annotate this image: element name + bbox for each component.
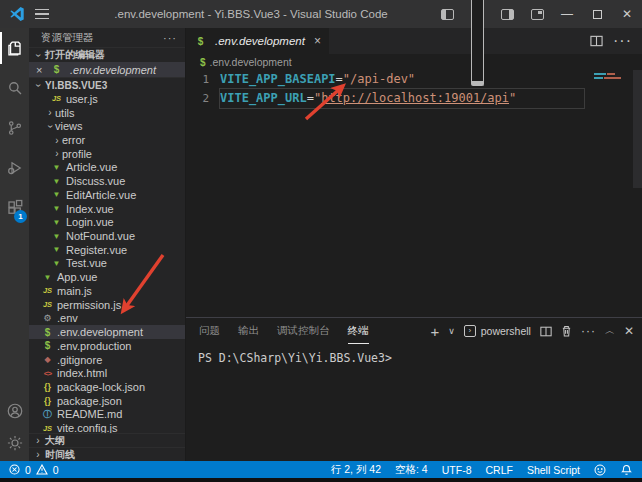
tree-item-.gitignore[interactable]: ◆.gitignore xyxy=(29,353,185,367)
tab-close-icon[interactable]: × xyxy=(314,34,321,48)
search-icon[interactable] xyxy=(0,68,29,108)
terminal-content[interactable]: PS D:\CSharp\Yi\Yi.BBS.Vue3> xyxy=(186,344,642,461)
tree-item-vite.config.js[interactable]: JSvite.config.js xyxy=(29,421,185,433)
breadcrumb[interactable]: $ .env.development xyxy=(186,54,642,70)
extensions-icon[interactable]: 1 xyxy=(0,188,29,228)
tree-item-package-lock.json[interactable]: {}package-lock.json xyxy=(29,380,185,394)
tree-item-EditArticle.vue[interactable]: ▼EditArticle.vue xyxy=(29,188,185,202)
close-panel-icon[interactable]: ✕ xyxy=(624,324,634,338)
open-editor-item[interactable]: × $ .env.development xyxy=(29,62,185,77)
tree-item-.env.development[interactable]: $.env.development xyxy=(29,325,185,339)
run-debug-icon[interactable] xyxy=(0,148,29,188)
tree-item-utils[interactable]: ›utils xyxy=(29,106,185,120)
minimap[interactable] xyxy=(594,73,628,81)
tree-item-label: Index.vue xyxy=(66,203,114,215)
js-file-icon: JS xyxy=(41,424,54,433)
tree-item-Test.vue[interactable]: ▼Test.vue xyxy=(29,257,185,271)
panel-tab-输出[interactable]: 输出 xyxy=(238,318,259,344)
account-icon[interactable] xyxy=(0,395,29,427)
chevron-right-icon: › xyxy=(52,134,62,145)
toggle-sidebar-icon[interactable] xyxy=(432,0,462,28)
tree-item-label: .env.production xyxy=(57,340,131,352)
editor-group: $ .env.development × ··· $ .env.developm… xyxy=(185,28,642,461)
shell-file-icon: $ xyxy=(41,327,54,338)
settings-gear-icon[interactable] xyxy=(0,427,29,459)
shell-file-icon: $ xyxy=(200,57,206,68)
tab-env-development[interactable]: $ .env.development × xyxy=(186,28,329,54)
project-section-header[interactable]: › YI.BBS.VUE3 xyxy=(29,77,185,92)
tree-item-Index.vue[interactable]: ▼Index.vue xyxy=(29,202,185,216)
indentation[interactable]: 空格: 4 xyxy=(395,463,428,477)
problems-status[interactable]: 0 0 xyxy=(8,464,59,476)
tree-item-views[interactable]: ›views xyxy=(29,119,185,133)
chevron-right-icon: › xyxy=(33,449,43,460)
editor-more-actions-icon[interactable]: ··· xyxy=(613,32,632,50)
kill-terminal-icon[interactable] xyxy=(561,325,572,337)
editor-scrollbar[interactable] xyxy=(633,70,642,188)
split-terminal-icon[interactable] xyxy=(540,326,552,337)
tree-item-label: error xyxy=(62,134,85,146)
source-control-icon[interactable] xyxy=(0,108,29,148)
tree-item-main.js[interactable]: JSmain.js xyxy=(29,284,185,298)
maximize-button[interactable] xyxy=(582,0,612,28)
tree-item-label: utils xyxy=(55,107,75,119)
more-actions-icon[interactable]: ··· xyxy=(581,324,596,338)
timeline-section-header[interactable]: › 时间线 xyxy=(29,447,185,461)
close-icon[interactable]: × xyxy=(36,64,46,76)
vue-file-icon: ▼ xyxy=(50,218,63,227)
tree-item-Register.vue[interactable]: ▼Register.vue xyxy=(29,243,185,257)
panel-tab-调试控制台[interactable]: 调试控制台 xyxy=(277,318,330,344)
code-line-1: 1 VITE_APP_BASEAPI="/api-dev" xyxy=(186,70,642,89)
feedback-icon[interactable] xyxy=(594,464,606,476)
terminal-instance-powershell[interactable]: › powershell xyxy=(464,325,531,337)
git-file-icon: ◆ xyxy=(41,355,54,364)
language-mode[interactable]: Shell Script xyxy=(527,464,580,476)
close-button[interactable]: ✕ xyxy=(612,0,642,28)
split-editor-icon[interactable] xyxy=(590,35,603,47)
customize-layout-icon[interactable] xyxy=(522,0,552,28)
url-link[interactable]: http://localhost:19001/api xyxy=(321,91,509,105)
outline-section-header[interactable]: › 大纲 xyxy=(29,433,185,447)
open-editors-header[interactable]: › 打开的编辑器 xyxy=(29,47,185,62)
explorer-icon[interactable] xyxy=(0,28,29,68)
tree-item-Login.vue[interactable]: ▼Login.vue xyxy=(29,215,185,229)
tree-item-label: vite.config.js xyxy=(57,422,118,433)
error-icon xyxy=(8,464,20,476)
tree-item-package.json[interactable]: {}package.json xyxy=(29,394,185,408)
tree-item-label: profile xyxy=(62,148,92,160)
menu-icon[interactable] xyxy=(35,9,49,19)
new-terminal-icon[interactable]: + xyxy=(430,323,439,340)
window-bottom-edge xyxy=(0,478,642,482)
toggle-secondary-sidebar-icon[interactable] xyxy=(492,0,522,28)
tree-item-index.html[interactable]: <>index.html xyxy=(29,366,185,380)
bell-icon[interactable] xyxy=(620,464,632,476)
terminal-dropdown-icon[interactable]: ∨ xyxy=(448,326,455,336)
tree-item-error[interactable]: ›error xyxy=(29,133,185,147)
chevron-right-icon: › xyxy=(45,107,55,118)
tree-item-.env[interactable]: ⚙.env xyxy=(29,312,185,326)
eol-sequence[interactable]: CRLF xyxy=(485,464,512,476)
html-file-icon: <> xyxy=(41,369,54,378)
maximize-panel-icon[interactable]: ︿ xyxy=(605,324,615,338)
tree-item-NotFound.vue[interactable]: ▼NotFound.vue xyxy=(29,229,185,243)
tree-item-label: Discuss.vue xyxy=(66,175,125,187)
tree-item-App.vue[interactable]: ▼App.vue xyxy=(29,270,185,284)
code-editor[interactable]: 1 VITE_APP_BASEAPI="/api-dev" 2 VITE_APP… xyxy=(186,70,642,317)
toggle-panel-icon[interactable] xyxy=(462,0,492,28)
line-number: 1 xyxy=(186,70,220,89)
tree-item-Discuss.vue[interactable]: ▼Discuss.vue xyxy=(29,174,185,188)
encoding[interactable]: UTF-8 xyxy=(442,464,472,476)
panel-tab-问题[interactable]: 问题 xyxy=(199,318,220,344)
panel-tab-终端[interactable]: 终端 xyxy=(348,318,369,344)
tree-item-profile[interactable]: ›profile xyxy=(29,147,185,161)
tree-item-label: package.json xyxy=(57,395,122,407)
tree-item-Article.vue[interactable]: ▼Article.vue xyxy=(29,161,185,175)
minimize-button[interactable]: — xyxy=(552,0,582,28)
sidebar-more-actions-icon[interactable]: ··· xyxy=(163,32,177,44)
breadcrumb-item: .env.development xyxy=(210,56,292,68)
tree-item-.env.production[interactable]: $.env.production xyxy=(29,339,185,353)
tree-item-README.md[interactable]: ⓘREADME.md xyxy=(29,408,185,422)
tree-item-user.js[interactable]: JSuser.js xyxy=(29,92,185,106)
tree-item-permission.js[interactable]: JSpermission.js xyxy=(29,298,185,312)
cursor-position[interactable]: 行 2, 列 42 xyxy=(331,463,381,477)
